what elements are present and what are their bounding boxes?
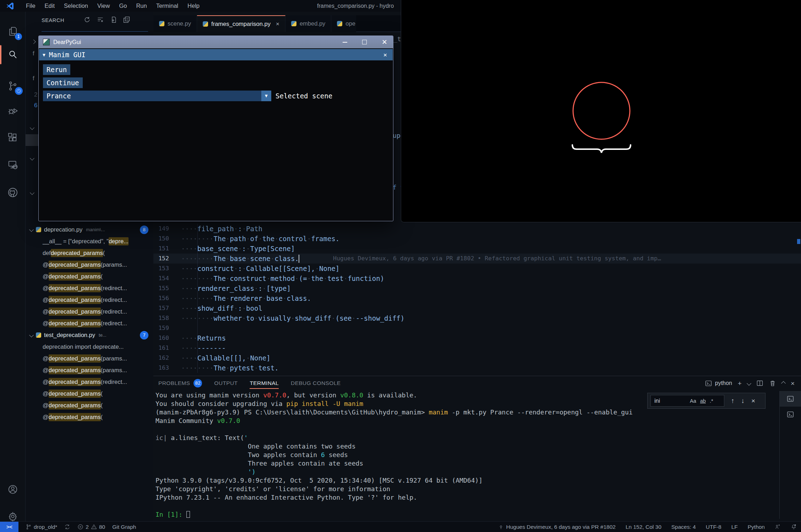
menu-selection[interactable]: Selection bbox=[59, 0, 93, 12]
search-match-row[interactable]: @deprecated_params( bbox=[26, 388, 153, 400]
code-line[interactable]: 160····Returns bbox=[153, 333, 801, 343]
code-line[interactable]: 161····------- bbox=[153, 343, 801, 353]
sidebar-item-source-control[interactable] bbox=[0, 74, 26, 98]
expanded-file-chevron[interactable] bbox=[30, 156, 34, 161]
tab-output[interactable]: OUTPUT bbox=[214, 376, 238, 390]
maximize-panel-icon[interactable] bbox=[781, 381, 786, 386]
notifications-button[interactable] bbox=[791, 524, 797, 530]
code-line[interactable]: 158········whether·to·visually·show_diff… bbox=[153, 313, 801, 323]
code-line[interactable]: 155····renderer_class·:·[type] bbox=[153, 283, 801, 293]
code-line[interactable]: 151····base_scene·:·Type[Scene] bbox=[153, 244, 801, 254]
maximize-button[interactable] bbox=[362, 40, 367, 44]
terminal-session-item[interactable] bbox=[780, 391, 801, 407]
menu-run[interactable]: Run bbox=[131, 0, 151, 12]
code-line[interactable]: 157····show_diff·:·bool bbox=[153, 303, 801, 313]
refresh-icon[interactable] bbox=[83, 16, 91, 23]
code-line[interactable]: 150········The·path·of·the·control·frame… bbox=[153, 234, 801, 244]
blame-status[interactable]: Hugues Devimeux, 6 days ago via PR #1802 bbox=[498, 524, 615, 530]
code-line[interactable]: 154········The·construct·method·(=·the·t… bbox=[153, 273, 801, 283]
code-line[interactable]: 162····Callable[[],·None] bbox=[153, 353, 801, 363]
search-match-row[interactable]: @deprecated_params(params... bbox=[26, 353, 153, 364]
clear-results-icon[interactable] bbox=[97, 16, 104, 23]
git-branch-item[interactable]: drop_old* bbox=[26, 524, 57, 530]
terminal-output[interactable]: You are using manim version v0.7.0, but … bbox=[156, 391, 777, 519]
git-graph-button[interactable]: Git Graph bbox=[112, 524, 136, 530]
tab-problems[interactable]: PROBLEMS 82 bbox=[158, 376, 202, 390]
search-match-row[interactable]: @deprecated_params( bbox=[26, 271, 153, 282]
language-mode[interactable]: Python bbox=[748, 524, 765, 530]
expand-chevron-icon[interactable] bbox=[29, 333, 34, 337]
search-match-row[interactable]: @deprecated_params( bbox=[26, 411, 153, 423]
match-case-icon[interactable]: Aa bbox=[690, 398, 696, 404]
feedback-button[interactable] bbox=[775, 524, 781, 530]
find-next-icon[interactable]: ↓ bbox=[741, 397, 745, 405]
close-panel-icon[interactable]: × bbox=[791, 380, 795, 387]
tab-terminal[interactable]: TERMINAL bbox=[250, 376, 279, 390]
find-close-icon[interactable]: × bbox=[751, 397, 755, 405]
search-match-row[interactable]: @deprecated_params(redirect... bbox=[26, 376, 153, 388]
menu-file[interactable]: File bbox=[21, 0, 40, 12]
expanded-file-chevron[interactable] bbox=[30, 190, 34, 195]
search-match-row[interactable]: __all__ = ["deprecated", "depre... bbox=[26, 235, 153, 247]
open-new-search-editor-icon[interactable] bbox=[110, 16, 117, 23]
code-line[interactable]: 149····file_path·:·Path bbox=[153, 224, 801, 234]
code-line[interactable]: 163········The·pytest·test. bbox=[153, 363, 801, 373]
tab-ope[interactable]: ope bbox=[331, 15, 356, 32]
search-match-row[interactable]: @deprecated_params(params... bbox=[26, 259, 153, 271]
combo-dropdown-icon[interactable]: ▼ bbox=[261, 91, 271, 101]
code-editor[interactable]: 149····file_path·:·Path150········The·pa… bbox=[153, 224, 801, 373]
dpg-title-bar[interactable]: DearPyGui ✕ bbox=[39, 36, 393, 48]
code-line[interactable]: 159 bbox=[153, 323, 801, 333]
code-line[interactable]: 152········The·base·scene·class.Hugues D… bbox=[153, 254, 801, 264]
scene-combo[interactable]: Prance ▼ bbox=[43, 91, 271, 101]
find-input-box[interactable]: Aa ab .* bbox=[650, 395, 724, 407]
search-match-row[interactable]: @deprecated_params(params... bbox=[26, 364, 153, 376]
menu-terminal[interactable]: Terminal bbox=[152, 0, 183, 12]
menu-help[interactable]: Help bbox=[183, 0, 204, 12]
collapse-all-icon[interactable] bbox=[123, 16, 130, 23]
search-match-row[interactable]: @deprecated_params(redirect... bbox=[26, 317, 153, 329]
search-result-file[interactable]: test_deprecation.pyte...7 bbox=[26, 329, 153, 341]
cursor-position[interactable]: Ln 152, Col 30 bbox=[626, 524, 661, 530]
split-terminal-icon[interactable] bbox=[756, 380, 763, 387]
sidebar-item-run-and-debug[interactable] bbox=[0, 99, 26, 123]
sidebar-item-github[interactable] bbox=[0, 181, 26, 204]
find-input[interactable] bbox=[651, 398, 690, 404]
close-button[interactable]: ✕ bbox=[382, 39, 387, 45]
close-tab-icon[interactable]: × bbox=[276, 21, 279, 28]
tab-scene-py[interactable]: scene.py bbox=[153, 15, 197, 32]
search-match-row[interactable]: deprecation import deprecate... bbox=[26, 341, 153, 353]
kill-terminal-icon[interactable] bbox=[769, 380, 776, 387]
menu-go[interactable]: Go bbox=[114, 0, 131, 12]
encoding[interactable]: UTF-8 bbox=[706, 524, 721, 530]
account-button[interactable] bbox=[0, 478, 26, 501]
search-match-row[interactable]: @deprecated_params( bbox=[26, 400, 153, 411]
terminal-session-item[interactable] bbox=[780, 407, 801, 422]
manim-gui-header[interactable]: ▼ Manim GUI ✕ bbox=[39, 49, 393, 60]
eol[interactable]: LF bbox=[731, 524, 738, 530]
search-match-row[interactable]: @deprecated_params(redirect... bbox=[26, 282, 153, 294]
indentation[interactable]: Spaces: 4 bbox=[671, 524, 696, 530]
expanded-file-chevron[interactable] bbox=[30, 125, 34, 130]
collapsed-file-chevron[interactable] bbox=[31, 39, 36, 44]
tab-embed-py[interactable]: embed.py bbox=[285, 15, 331, 32]
menu-view[interactable]: View bbox=[93, 0, 114, 12]
whole-word-icon[interactable]: ab bbox=[700, 398, 706, 404]
menu-edit[interactable]: Edit bbox=[40, 0, 59, 12]
manim-gui-close-icon[interactable]: ✕ bbox=[383, 51, 387, 58]
minimize-button[interactable] bbox=[343, 42, 347, 43]
sidebar-item-search[interactable] bbox=[0, 43, 26, 66]
collapse-triangle-icon[interactable]: ▼ bbox=[43, 52, 45, 58]
sidebar-item-extensions[interactable] bbox=[0, 126, 26, 150]
search-input-partial[interactable] bbox=[42, 31, 148, 35]
search-match-row[interactable]: @deprecated_params(redirect... bbox=[26, 294, 153, 306]
terminal-dropdown-icon[interactable] bbox=[747, 381, 751, 386]
remote-indicator[interactable]: >< bbox=[0, 522, 18, 532]
tab-debug-console[interactable]: DEBUG CONSOLE bbox=[291, 376, 340, 390]
rerun-button[interactable]: Rerun bbox=[43, 64, 70, 75]
code-line[interactable]: 153····construct·:·Callable[[Scene],·Non… bbox=[153, 264, 801, 273]
regex-icon[interactable]: .* bbox=[710, 398, 713, 404]
tab-frames_comparison-py[interactable]: frames_comparison.py× bbox=[197, 15, 285, 32]
shell-selector[interactable]: python bbox=[705, 380, 732, 387]
expand-chevron-icon[interactable] bbox=[29, 227, 34, 232]
